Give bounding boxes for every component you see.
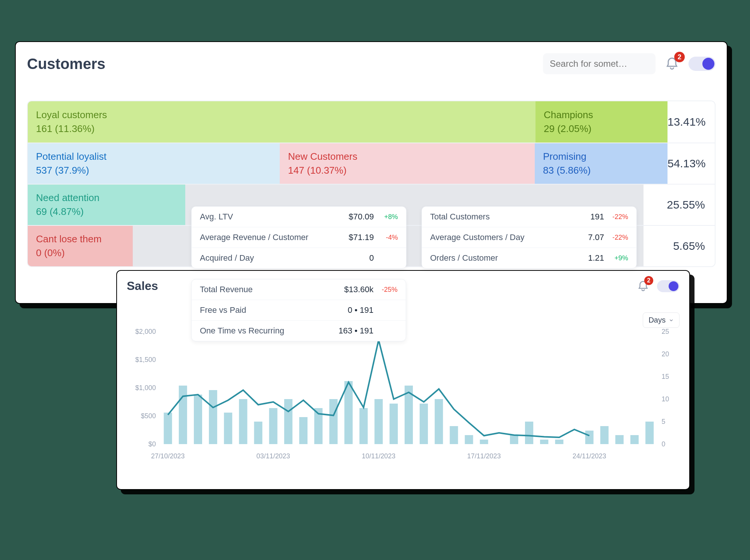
- svg-text:10/11/2023: 10/11/2023: [362, 452, 396, 460]
- segment-title: Cant lose them: [36, 233, 124, 245]
- stat-row: Orders / Customer 1.21 +9%: [422, 248, 636, 268]
- stat-label: Free vs Paid: [200, 305, 348, 315]
- stat-row: Free vs Paid 0 • 191: [192, 300, 406, 320]
- svg-text:20: 20: [662, 350, 669, 358]
- stat-label: Orders / Customer: [430, 253, 588, 263]
- sales-title: Sales: [127, 279, 158, 293]
- segment-title: Champions: [544, 109, 659, 121]
- row-total-pct: 54.13%: [668, 143, 716, 184]
- svg-text:15: 15: [662, 373, 669, 380]
- stat-value: $13.60k: [344, 285, 374, 294]
- segment-title: Loyal customers: [36, 109, 527, 121]
- svg-text:10: 10: [662, 395, 669, 403]
- svg-rect-11: [164, 413, 172, 444]
- notifications-button[interactable]: 2: [637, 280, 650, 293]
- stat-row: Avg. LTV $70.09 +8%: [192, 207, 406, 227]
- notifications-button[interactable]: 2: [664, 56, 680, 71]
- stat-label: Average Customers / Day: [430, 233, 588, 242]
- svg-text:$1,000: $1,000: [135, 384, 156, 392]
- svg-rect-35: [525, 422, 533, 444]
- segment-value: 69 (4.87%): [36, 206, 177, 218]
- sales-chart-svg: $0$500$1,000$1,500$2,000051015202527/10/…: [127, 328, 680, 467]
- svg-rect-42: [630, 435, 639, 444]
- svg-text:0: 0: [662, 440, 665, 448]
- segment-potential-loyalist[interactable]: Potential loyalist 537 (37.9%): [28, 143, 280, 184]
- stat-label: Total Revenue: [200, 285, 344, 294]
- segments-row: Loyal customers 161 (11.36%) Champions 2…: [28, 101, 715, 143]
- segment-value: 83 (5.86%): [543, 165, 659, 176]
- svg-text:25: 25: [662, 328, 669, 335]
- segment-promising[interactable]: Promising 83 (5.86%): [535, 143, 668, 184]
- svg-rect-37: [555, 440, 563, 444]
- svg-rect-29: [435, 399, 443, 444]
- header-actions: 2: [543, 53, 716, 74]
- segment-title: New Customers: [288, 151, 526, 162]
- stat-delta: -22%: [609, 234, 628, 242]
- stat-row: Average Revenue / Customer $71.19 -4%: [192, 227, 406, 248]
- toggle-knob: [702, 58, 714, 70]
- stat-delta: -4%: [378, 234, 398, 242]
- svg-rect-16: [239, 399, 247, 444]
- svg-rect-17: [254, 422, 262, 444]
- segment-value: 0 (0%): [36, 247, 124, 259]
- range-selector[interactable]: Days: [643, 312, 680, 328]
- segment-title: Potential loyalist: [36, 151, 272, 162]
- svg-rect-31: [465, 435, 473, 444]
- segment-cant-lose-them[interactable]: Cant lose them 0 (0%): [28, 226, 133, 266]
- stats-card-right: Total Customers 191 -22% Average Custome…: [422, 206, 637, 269]
- svg-rect-30: [450, 426, 458, 444]
- notification-badge: 2: [674, 52, 685, 62]
- toggle-knob: [669, 281, 678, 291]
- search-input[interactable]: [543, 53, 656, 74]
- segment-need-attention[interactable]: Need attention 69 (4.87%): [28, 185, 185, 225]
- svg-text:03/11/2023: 03/11/2023: [256, 452, 290, 460]
- stat-value: 7.07: [588, 233, 604, 242]
- stat-label: One Time vs Recurring: [200, 326, 339, 336]
- stats-card-bottom: Total Revenue $13.60k -25% Free vs Paid …: [191, 279, 406, 341]
- page-title: Customers: [27, 56, 105, 72]
- stat-delta: +9%: [609, 254, 628, 262]
- segment-champions[interactable]: Champions 29 (2.05%): [536, 101, 668, 143]
- svg-rect-39: [585, 431, 594, 444]
- segment-value: 161 (11.36%): [36, 123, 527, 135]
- stat-value: 163 • 191: [339, 326, 374, 336]
- chevron-down-icon: [669, 318, 674, 323]
- stats-card-left: Avg. LTV $70.09 +8% Average Revenue / Cu…: [191, 206, 406, 269]
- stat-delta: -22%: [609, 213, 628, 221]
- svg-rect-41: [615, 435, 624, 444]
- svg-rect-22: [329, 399, 338, 444]
- segment-value: 29 (2.05%): [544, 123, 659, 135]
- theme-toggle[interactable]: [657, 280, 680, 292]
- svg-rect-43: [645, 422, 654, 444]
- theme-toggle[interactable]: [688, 57, 716, 71]
- segment-loyal-customers[interactable]: Loyal customers 161 (11.36%): [28, 101, 536, 143]
- stat-value: $70.09: [349, 212, 374, 222]
- stat-label: Acquired / Day: [200, 253, 369, 263]
- row-total-pct: 13.41%: [668, 101, 716, 143]
- svg-text:17/11/2023: 17/11/2023: [467, 452, 501, 460]
- stat-label: Avg. LTV: [200, 212, 349, 222]
- row-total-pct: 25.55%: [644, 185, 715, 225]
- svg-text:5: 5: [662, 418, 665, 425]
- customers-header: Customers 2: [27, 53, 716, 75]
- stat-delta: -25%: [378, 286, 398, 294]
- svg-rect-19: [284, 399, 292, 444]
- svg-rect-28: [420, 404, 428, 444]
- stat-value: 0 • 191: [348, 305, 374, 315]
- stats-overlay: Avg. LTV $70.09 +8% Average Revenue / Cu…: [191, 206, 637, 341]
- stat-label: Average Revenue / Customer: [200, 233, 349, 242]
- svg-rect-18: [269, 408, 278, 444]
- svg-rect-26: [390, 404, 398, 444]
- svg-rect-25: [375, 399, 383, 444]
- stat-row: Total Customers 191 -22%: [422, 207, 636, 227]
- stat-value: 1.21: [588, 253, 604, 263]
- svg-rect-12: [179, 386, 187, 444]
- svg-rect-14: [209, 390, 217, 444]
- row-total-pct: 5.65%: [644, 226, 715, 266]
- segment-new-customers[interactable]: New Customers 147 (10.37%): [280, 143, 535, 184]
- svg-rect-24: [359, 408, 368, 444]
- svg-text:$0: $0: [148, 440, 156, 448]
- svg-rect-20: [299, 417, 308, 444]
- stat-row: Average Customers / Day 7.07 -22%: [422, 227, 636, 248]
- svg-text:$1,500: $1,500: [135, 356, 156, 363]
